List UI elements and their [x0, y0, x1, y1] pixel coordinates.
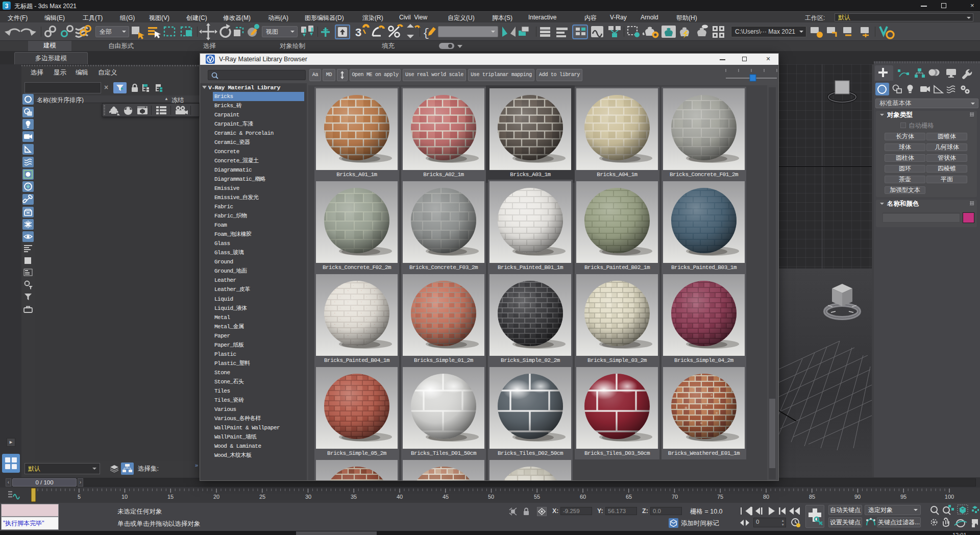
- svg-text:95: 95: [900, 494, 906, 500]
- svg-text:25: 25: [259, 494, 265, 500]
- svg-text:85: 85: [809, 494, 815, 500]
- svg-text:70: 70: [672, 494, 678, 500]
- svg-text:55: 55: [534, 494, 540, 500]
- svg-text:65: 65: [626, 494, 632, 500]
- svg-text:35: 35: [351, 494, 357, 500]
- svg-text:3: 3: [5, 3, 9, 10]
- svg-text:100: 100: [945, 494, 954, 500]
- svg-text:3: 3: [355, 26, 361, 39]
- svg-text:20: 20: [213, 494, 219, 500]
- svg-text:45: 45: [443, 494, 449, 500]
- svg-text:75: 75: [717, 494, 723, 500]
- svg-text:60: 60: [580, 494, 586, 500]
- svg-text:80: 80: [763, 494, 769, 500]
- svg-text:{: {: [423, 27, 429, 40]
- svg-text:10: 10: [121, 494, 128, 500]
- svg-text:5: 5: [78, 494, 81, 500]
- svg-text:90: 90: [854, 494, 861, 500]
- svg-text:50: 50: [488, 494, 494, 500]
- svg-text:40: 40: [397, 494, 403, 500]
- svg-text:15: 15: [167, 494, 174, 500]
- svg-text:30: 30: [305, 494, 311, 500]
